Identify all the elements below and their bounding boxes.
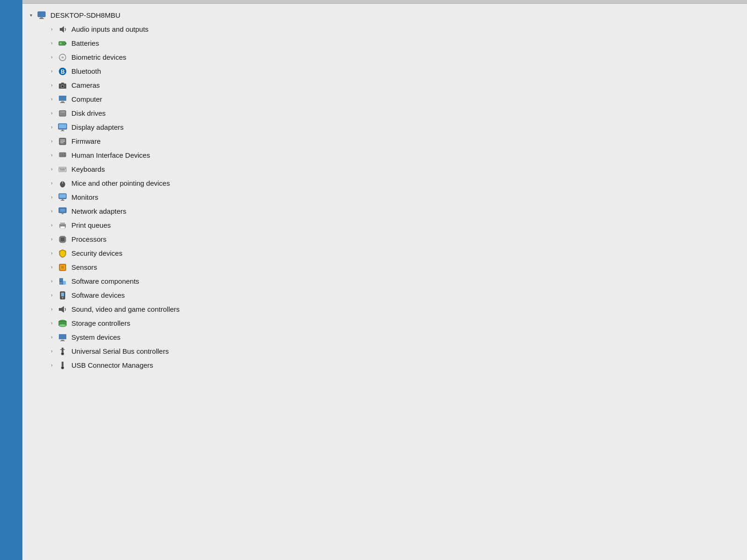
icon-processors [57,234,68,245]
tree-item-sound[interactable]: ›Sound, video and game controllers [22,302,747,316]
root-icon [36,10,47,21]
svg-rect-13 [59,96,66,101]
label-system: System devices [71,332,120,343]
label-biometric: Biometric devices [71,52,127,63]
label-usb: Universal Serial Bus controllers [71,346,169,357]
svg-rect-46 [59,208,66,213]
tree-item-usb-connector[interactable]: ›USB Connector Managers [22,358,747,372]
icon-mice [57,178,68,189]
svg-rect-51 [60,223,65,224]
expand-arrow-network: › [48,208,56,215]
tree-item-biometric[interactable]: ›Biometric devices [22,50,747,64]
tree-item-batteries[interactable]: ›Batteries [22,36,747,50]
icon-monitors [57,192,68,203]
title-bar [22,0,747,4]
tree-item-software-dev[interactable]: ›Software devices [22,288,747,302]
svg-rect-20 [62,130,63,131]
svg-marker-3 [60,26,64,33]
svg-rect-36 [63,168,64,169]
svg-rect-31 [62,155,63,156]
device-tree: ▾ DESKTOP-SDH8MBU ›Audio inputs and outp… [22,4,747,560]
label-cameras: Cameras [71,80,100,91]
svg-rect-43 [59,194,66,198]
tree-children: ›Audio inputs and outputs›Batteries›Biom… [22,22,747,372]
tree-item-firmware[interactable]: ›Firmware [22,134,747,148]
svg-rect-19 [59,124,66,128]
svg-rect-1 [40,17,43,18]
svg-point-80 [59,324,66,327]
expand-arrow-hid: › [48,152,56,159]
tree-item-keyboards[interactable]: ›Keyboards [22,162,747,176]
tree-item-network[interactable]: ›Network adapters [22,204,747,218]
svg-rect-17 [60,112,65,112]
icon-cameras [57,80,68,91]
expand-arrow-audio: › [48,26,56,33]
expand-arrow-sound: › [48,306,56,313]
label-display: Display adapters [71,122,124,133]
tree-item-processors[interactable]: ›Processors [22,232,747,246]
tree-item-system[interactable]: ›System devices [22,330,747,344]
tree-item-display[interactable]: ›Display adapters [22,120,747,134]
root-expand-arrow: ▾ [27,12,35,19]
tree-item-storage[interactable]: ›Storage controllers [22,316,747,330]
tree-item-disk[interactable]: ›Disk drives [22,106,747,120]
tree-item-bluetooth[interactable]: ›BBluetooth [22,64,747,78]
expand-arrow-print: › [48,222,56,229]
label-monitors: Monitors [71,192,99,203]
taskbar-left [0,0,22,560]
svg-rect-74 [61,293,64,296]
svg-point-11 [61,85,64,88]
svg-rect-29 [64,154,65,154]
svg-rect-24 [60,141,65,142]
svg-point-85 [61,352,64,355]
label-computer: Computer [71,94,102,105]
label-print: Print queues [71,220,111,231]
svg-rect-30 [60,155,62,156]
svg-rect-83 [60,341,65,341]
expand-arrow-display: › [48,124,56,131]
icon-software-dev [57,290,68,301]
svg-rect-16 [59,111,66,116]
svg-rect-44 [62,199,63,200]
svg-rect-47 [62,213,63,214]
tree-item-usb[interactable]: ›Universal Serial Bus controllers [22,344,747,358]
tree-item-cameras[interactable]: ›Cameras [22,78,747,92]
label-network: Network adapters [71,206,127,217]
tree-item-security[interactable]: ›Security devices [22,246,747,260]
icon-usb [57,346,68,357]
tree-item-mice[interactable]: ›Mice and other pointing devices [22,176,747,190]
expand-arrow-batteries: › [48,40,56,47]
svg-rect-38 [60,169,65,170]
tree-item-audio[interactable]: ›Audio inputs and outputs [22,22,747,36]
label-mice: Mice and other pointing devices [71,178,170,189]
svg-rect-35 [62,168,63,169]
expand-arrow-storage: › [48,320,56,327]
tree-item-hid[interactable]: ›Human Interface Devices [22,148,747,162]
label-firmware: Firmware [71,136,101,147]
icon-usb-connector [57,360,68,371]
icon-hid [57,150,68,161]
tree-item-monitors[interactable]: ›Monitors [22,190,747,204]
icon-batteries [57,38,68,49]
svg-rect-0 [38,12,45,17]
root-node[interactable]: ▾ DESKTOP-SDH8MBU [22,8,747,22]
expand-arrow-computer: › [48,96,56,103]
svg-rect-27 [60,154,62,154]
svg-rect-12 [61,83,64,84]
icon-storage [57,318,68,329]
svg-rect-45 [61,200,64,201]
label-sensors: Sensors [71,262,97,273]
tree-item-software-comp[interactable]: ›Software components [22,274,747,288]
svg-rect-32 [64,155,65,156]
expand-arrow-keyboards: › [48,166,56,173]
icon-biometric [57,52,68,63]
tree-item-print[interactable]: ›Print queues [22,218,747,232]
root-label: DESKTOP-SDH8MBU [50,10,120,21]
icon-system [57,332,68,343]
label-hid: Human Interface Devices [71,150,150,161]
icon-audio [57,24,68,35]
tree-item-sensors[interactable]: ›Sensors [22,260,747,274]
tree-item-computer[interactable]: ›Computer [22,92,747,106]
expand-arrow-monitors: › [48,194,56,201]
expand-arrow-sensors: › [48,264,56,271]
